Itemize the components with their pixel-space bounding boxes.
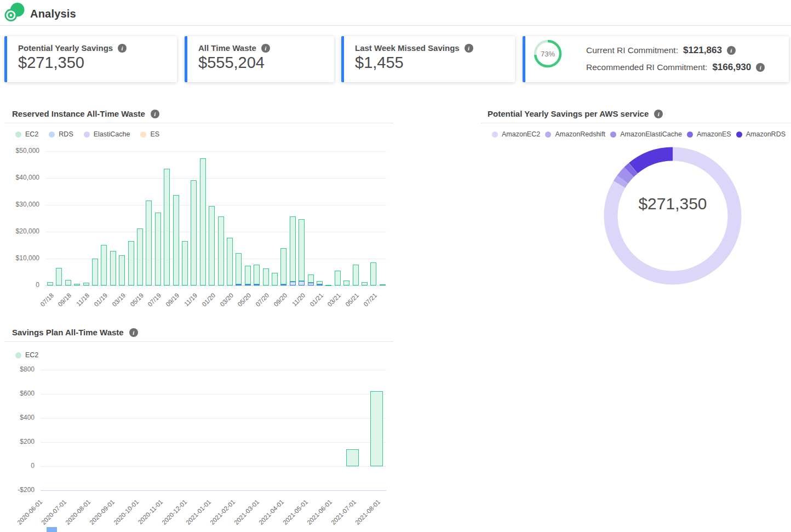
panel-savings-plan-waste: Savings Plan All-Time Waste EC2 $800$600… <box>4 325 393 532</box>
commit-value: $166,930 <box>712 62 751 73</box>
bar-ec2[interactable] <box>119 255 125 285</box>
panel-savings-per-service: Potential Yearly Savings per AWS service… <box>481 106 791 321</box>
bar-rds[interactable] <box>290 282 296 285</box>
bar-ec2[interactable] <box>280 248 286 284</box>
bar-ec2[interactable] <box>335 271 341 285</box>
page-title: Analysis <box>30 8 76 20</box>
bar-ec2[interactable] <box>299 219 305 281</box>
stat-label: Last Week Missed Savings <box>355 43 460 53</box>
bar-ec2[interactable] <box>110 251 116 285</box>
bar-rds[interactable] <box>236 284 242 285</box>
legend-label: AmazonElastiCache <box>620 130 682 138</box>
bar-ec2[interactable] <box>343 281 349 285</box>
legend-item-amazonelasticache[interactable]: AmazonElastiCache <box>610 130 682 138</box>
bar-ec2[interactable] <box>227 238 233 285</box>
bar-ec2[interactable] <box>137 228 143 285</box>
bar-ec2[interactable] <box>346 449 359 466</box>
bar-ec2[interactable] <box>146 201 152 285</box>
spot-logo-icon <box>4 3 25 22</box>
bar-ec2[interactable] <box>191 180 197 285</box>
divider <box>481 123 791 123</box>
bar-ec2[interactable] <box>263 268 269 285</box>
bar-ec2[interactable] <box>245 266 251 284</box>
legend-item-amazones[interactable]: AmazonES <box>687 130 731 138</box>
legend-item-amazonec2[interactable]: AmazonEC2 <box>492 130 540 138</box>
y-gridline <box>41 370 386 370</box>
bar-ec2[interactable] <box>209 206 215 286</box>
bar-ec2[interactable] <box>362 282 368 285</box>
legend-label: AmazonES <box>697 130 731 138</box>
bar-ec2[interactable] <box>325 285 331 286</box>
stat-card-last-week-missed-savings: Last Week Missed Savings $1,455 <box>341 36 515 82</box>
bar-rds[interactable] <box>317 284 323 285</box>
bar-rds[interactable] <box>308 283 314 285</box>
bar-ec2[interactable] <box>128 241 134 285</box>
y-axis-label: -$200 <box>4 486 35 494</box>
bar-ec2[interactable] <box>236 253 242 284</box>
y-axis-label: 0 <box>4 281 39 289</box>
stat-value: $271,350 <box>18 54 177 72</box>
info-icon[interactable] <box>261 44 270 53</box>
bar-ec2[interactable] <box>155 213 161 285</box>
bar-ec2[interactable] <box>290 216 296 282</box>
y-gridline <box>45 285 386 286</box>
y-axis-label: $600 <box>4 390 35 397</box>
legend-label: AmazonRedshift <box>555 130 605 138</box>
donut-chart-legend: AmazonEC2AmazonRedshiftAmazonElastiCache… <box>492 130 786 138</box>
donut-slice-amazonrds[interactable] <box>596 139 749 293</box>
bar-ec2[interactable] <box>272 273 278 286</box>
stat-card-all-time-waste: All Time Waste $555,204 <box>185 36 334 82</box>
donut-slice-amazones[interactable] <box>596 139 749 293</box>
stat-label: Potential Yearly Savings <box>18 43 113 53</box>
y-axis-label: $30,000 <box>4 201 39 208</box>
bar-ec2[interactable] <box>380 284 386 285</box>
bar-ec2[interactable] <box>370 262 376 285</box>
y-axis-label: $50,000 <box>4 147 39 155</box>
bar-rds[interactable] <box>245 284 251 285</box>
bar-ec2[interactable] <box>182 241 188 285</box>
ri-waste-bar-chart: $50,000$40,000$30,000$20,000$10,000007/1… <box>4 106 393 321</box>
y-gridline <box>41 418 386 419</box>
bar-ec2[interactable] <box>200 158 206 285</box>
bar-ec2[interactable] <box>308 274 314 283</box>
bar-ec2[interactable] <box>218 216 224 285</box>
bar-ec2[interactable] <box>47 282 53 285</box>
savings-donut-chart <box>596 139 749 293</box>
panel-reserved-instance-waste: Reserved Instance All-Time Waste EC2RDSE… <box>4 106 393 321</box>
bar-ec2[interactable] <box>92 259 98 286</box>
bar-rds[interactable] <box>299 281 305 285</box>
bar-ec2[interactable] <box>317 281 323 284</box>
bar-ec2[interactable] <box>65 280 71 285</box>
bar-rds[interactable] <box>254 284 260 285</box>
sp-waste-bar-chart: $800$600$400$2000-$2002020-06-012020-07-… <box>4 325 393 532</box>
bar-ec2[interactable] <box>164 169 170 285</box>
legend-dot <box>736 131 742 138</box>
donut-slice-amazonredshift[interactable] <box>596 139 749 293</box>
legend-item-amazonredshift[interactable]: AmazonRedshift <box>545 130 605 138</box>
legend-dot <box>687 131 693 138</box>
y-gridline <box>41 394 386 394</box>
stat-value: $555,204 <box>198 54 334 72</box>
y-gridline <box>41 442 386 443</box>
donut-slice-amazonelasticache[interactable] <box>596 139 749 293</box>
bar-ec2[interactable] <box>254 265 260 284</box>
legend-item-amazonrds[interactable]: AmazonRDS <box>736 130 786 138</box>
bar-ec2[interactable] <box>101 245 107 285</box>
info-icon[interactable] <box>654 110 663 118</box>
bar-ec2[interactable] <box>353 265 359 285</box>
info-icon[interactable] <box>118 44 127 53</box>
y-gridline <box>45 151 386 152</box>
bar-rds[interactable] <box>280 284 286 285</box>
info-icon[interactable] <box>465 44 473 53</box>
info-icon[interactable] <box>727 46 736 55</box>
bar-ec2[interactable] <box>56 268 62 285</box>
bar-ec2[interactable] <box>74 284 80 285</box>
commit-label: Recommended RI Commitment: <box>586 62 707 72</box>
stat-card-potential-yearly-savings: Potential Yearly Savings $271,350 <box>4 36 177 82</box>
stat-label: All Time Waste <box>198 43 256 53</box>
bar-ec2[interactable] <box>370 391 383 467</box>
bar-ec2[interactable] <box>83 283 89 285</box>
bar-ec2[interactable] <box>173 195 179 285</box>
info-icon[interactable] <box>756 63 765 72</box>
analysis-dashboard: Analysis Potential Yearly Savings $271,3… <box>0 0 791 532</box>
